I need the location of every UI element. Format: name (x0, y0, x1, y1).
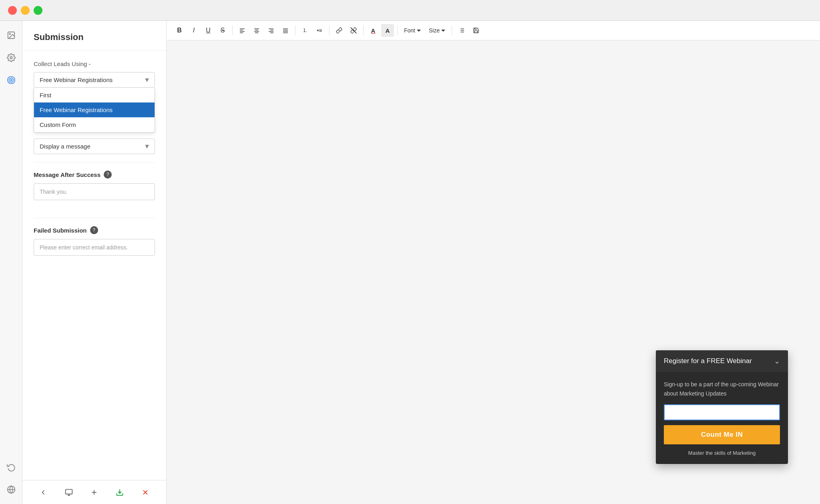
main-content: B I U S (167, 21, 820, 504)
bold-button[interactable]: B (173, 24, 186, 37)
svg-marker-33 (417, 30, 421, 32)
maximize-button[interactable] (34, 6, 42, 15)
collect-leads-dropdown[interactable]: First Free Webinar Registrations Custom … (34, 88, 155, 133)
svg-rect-20 (254, 28, 259, 29)
svg-rect-26 (269, 31, 273, 32)
toolbar-divider-5 (397, 26, 398, 35)
message-after-success-input[interactable] (34, 183, 155, 200)
toolbar-divider-4 (363, 26, 364, 35)
font-dropdown[interactable]: Font (401, 26, 424, 35)
widget-description: Sign-up to be a part of the up-coming We… (664, 380, 780, 398)
canvas-area: Register for a FREE Webinar ⌄ Sign-up to… (167, 40, 820, 504)
ordered-list-button[interactable]: 1. (299, 24, 312, 37)
toolbar-divider-1 (232, 26, 233, 35)
svg-rect-29 (283, 30, 288, 30)
icon-bar (0, 21, 22, 504)
toolbar-divider-6 (452, 26, 452, 35)
widget-footer-text: Master the skills of Marketing (664, 450, 780, 456)
svg-rect-17 (240, 30, 243, 30)
dropdown-option-first[interactable]: First (34, 88, 155, 102)
svg-point-5 (10, 79, 12, 81)
svg-rect-30 (283, 31, 288, 32)
minimize-button[interactable] (21, 6, 30, 15)
divider-2 (34, 162, 155, 163)
app-container: Submission Collect Leads Using - First F… (0, 21, 820, 504)
svg-rect-22 (254, 31, 259, 32)
back-button[interactable] (36, 485, 50, 500)
history-icon[interactable] (5, 461, 18, 474)
svg-rect-31 (283, 32, 288, 33)
text-highlight-button[interactable]: A (381, 24, 394, 37)
align-justify-button[interactable] (279, 24, 292, 37)
dropdown-option-webinar[interactable]: Free Webinar Registrations (34, 102, 155, 117)
message-after-success-label: Message After Success (34, 171, 100, 178)
failed-submission-label: Failed Submission (34, 227, 87, 234)
close-button[interactable] (8, 6, 17, 15)
download-button[interactable] (113, 485, 127, 500)
underline-button[interactable]: U (202, 24, 215, 37)
collect-leads-select-wrapper[interactable]: First Free Webinar Registrations Custom … (34, 72, 155, 88)
failed-submission-help-icon[interactable]: ? (90, 226, 98, 234)
target-icon[interactable] (5, 74, 18, 86)
rich-toolbar: B I U S (167, 21, 820, 40)
left-panel: Submission Collect Leads Using - First F… (22, 21, 167, 504)
svg-rect-8 (65, 489, 72, 494)
align-right-button[interactable] (265, 24, 277, 37)
icon-bar-bottom (5, 461, 18, 496)
svg-rect-23 (255, 32, 258, 33)
widget-submit-button[interactable]: Count Me IN (664, 425, 780, 444)
success-select[interactable]: Display a message (34, 139, 155, 154)
unlink-button[interactable] (347, 24, 360, 37)
close-button[interactable] (138, 485, 153, 500)
collect-leads-label: Collect Leads Using - (34, 60, 155, 67)
screen-button[interactable] (62, 485, 76, 500)
unordered-list-button[interactable]: •≡ (313, 24, 326, 37)
toolbar-divider-3 (329, 26, 330, 35)
divider-3 (34, 218, 155, 218)
failed-submission-input[interactable] (34, 239, 155, 256)
gear-icon[interactable] (5, 51, 18, 64)
svg-rect-18 (240, 31, 245, 32)
success-select-wrapper[interactable]: Display a message ▼ (34, 139, 155, 154)
link-button[interactable] (333, 24, 346, 37)
strikethrough-button[interactable]: S (216, 24, 229, 37)
panel-title: Submission (22, 21, 166, 51)
bottom-toolbar (22, 480, 166, 504)
toolbar-divider-2 (295, 26, 295, 35)
widget-body: Sign-up to be a part of the up-coming We… (656, 372, 788, 464)
widget-chevron-icon[interactable]: ⌄ (774, 357, 780, 365)
collect-leads-select[interactable]: First Free Webinar Registrations Custom … (34, 72, 155, 88)
italic-button[interactable]: I (187, 24, 200, 37)
preview-widget: Register for a FREE Webinar ⌄ Sign-up to… (656, 350, 788, 464)
collect-leads-dropdown-container: First Free Webinar Registrations Custom … (34, 72, 155, 88)
panel-content: Collect Leads Using - First Free Webinar… (22, 51, 166, 480)
svg-point-4 (9, 78, 13, 82)
add-button[interactable] (87, 485, 101, 500)
image-icon[interactable] (5, 29, 18, 42)
svg-rect-25 (270, 30, 273, 30)
svg-rect-21 (255, 30, 258, 30)
format-list-button[interactable] (455, 24, 468, 37)
svg-rect-28 (283, 28, 288, 29)
align-center-button[interactable] (250, 24, 263, 37)
svg-marker-34 (441, 30, 445, 32)
widget-header-text: Register for a FREE Webinar (664, 357, 752, 365)
title-bar (0, 0, 820, 21)
svg-rect-27 (270, 32, 273, 33)
svg-rect-16 (240, 28, 245, 29)
dropdown-option-custom[interactable]: Custom Form (34, 117, 155, 132)
globe-icon[interactable] (5, 483, 18, 496)
widget-email-input[interactable] (664, 404, 780, 420)
size-dropdown[interactable]: Size (426, 26, 448, 35)
align-left-button[interactable] (236, 24, 249, 37)
svg-rect-24 (269, 28, 273, 29)
widget-header: Register for a FREE Webinar ⌄ (656, 350, 788, 372)
message-success-help-icon[interactable]: ? (104, 171, 112, 179)
svg-rect-19 (240, 32, 243, 33)
save-format-button[interactable] (470, 24, 482, 37)
svg-point-2 (10, 56, 12, 59)
svg-point-1 (9, 33, 10, 34)
text-color-button[interactable]: A (367, 24, 380, 37)
